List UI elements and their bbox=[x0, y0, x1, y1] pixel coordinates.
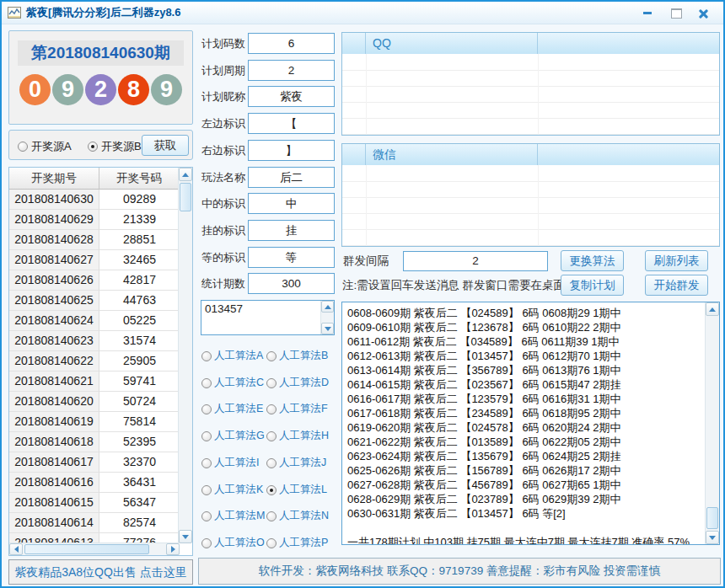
close-button[interactable] bbox=[693, 6, 713, 20]
radio-source-b[interactable]: 开奖源B bbox=[88, 139, 142, 154]
wechat-list-body[interactable] bbox=[342, 165, 719, 246]
minimize-button[interactable] bbox=[637, 6, 658, 20]
history-vertical-scrollbar[interactable] bbox=[178, 168, 192, 543]
column-header-period[interactable]: 开奖期号 bbox=[9, 168, 99, 190]
scroll-down-button[interactable] bbox=[706, 531, 719, 544]
algorithm-option[interactable]: 人工算法B bbox=[266, 350, 328, 362]
table-row[interactable]: 20180814061852395 bbox=[9, 432, 180, 452]
refresh-list-button[interactable]: 刷新列表 bbox=[645, 250, 708, 271]
list-column-divider bbox=[366, 165, 367, 246]
period-cell: 201808140616 bbox=[9, 473, 99, 493]
algorithm-option[interactable]: 人工算法E bbox=[201, 403, 263, 415]
algorithm-option[interactable]: 人工算法K bbox=[201, 484, 263, 496]
table-row[interactable]: 20180814063009289 bbox=[9, 190, 180, 210]
field-input[interactable]: 等 bbox=[248, 247, 335, 268]
empty-column-header[interactable] bbox=[538, 33, 719, 54]
table-row[interactable]: 20180814062405225 bbox=[9, 311, 180, 331]
table-row[interactable]: 20180814062642817 bbox=[9, 270, 180, 291]
table-row[interactable]: 20180814062159741 bbox=[9, 372, 180, 392]
fetch-button[interactable]: 获取 bbox=[142, 135, 189, 156]
wechat-column-header[interactable]: 微信 bbox=[366, 144, 538, 165]
period-cell: 201808140629 bbox=[9, 210, 99, 230]
algorithm-option[interactable]: 人工算法J bbox=[266, 457, 326, 469]
field-input[interactable]: 后二 bbox=[248, 167, 335, 188]
table-row[interactable]: 20180814061482574 bbox=[9, 513, 180, 533]
algorithm-label: 人工算法B bbox=[279, 349, 328, 363]
scrollbar-thumb[interactable] bbox=[180, 183, 191, 211]
table-row[interactable]: 20180814062050724 bbox=[9, 392, 180, 412]
table-row[interactable]: 20180814061975814 bbox=[9, 412, 180, 432]
scroll-left-button[interactable] bbox=[9, 543, 23, 555]
table-row[interactable]: 20180814061732370 bbox=[9, 452, 180, 473]
period-cell: 201808140628 bbox=[9, 230, 99, 250]
start-broadcast-button[interactable]: 开始群发 bbox=[645, 275, 708, 296]
history-horizontal-scrollbar[interactable] bbox=[9, 543, 180, 555]
interval-input[interactable]: 2 bbox=[403, 251, 548, 271]
radio-source-a[interactable]: 开奖源A bbox=[18, 139, 72, 154]
algorithm-option[interactable]: 人工算法G bbox=[201, 430, 265, 442]
table-row[interactable]: 20180814061556347 bbox=[9, 493, 180, 513]
column-header-number[interactable]: 开奖号码 bbox=[99, 168, 180, 190]
number-cell: 50724 bbox=[99, 392, 180, 412]
field-label: 左边标识 bbox=[201, 113, 245, 134]
algorithm-option[interactable]: 人工算法D bbox=[266, 377, 329, 389]
algorithm-option[interactable]: 人工算法F bbox=[266, 403, 328, 415]
field-input[interactable]: 中 bbox=[248, 193, 335, 214]
field-input[interactable]: 6 bbox=[248, 33, 335, 54]
algorithm-option[interactable]: 人工算法H bbox=[266, 430, 329, 442]
change-algorithm-button[interactable]: 更换算法 bbox=[561, 250, 624, 271]
algorithm-option[interactable]: 人工算法P bbox=[266, 537, 328, 549]
codes-scrollbar[interactable] bbox=[320, 301, 334, 334]
field-input[interactable]: 300 bbox=[248, 273, 335, 294]
scroll-down-button[interactable] bbox=[321, 323, 334, 334]
field-input[interactable]: 挂 bbox=[248, 220, 335, 241]
empty-column-header[interactable] bbox=[538, 144, 719, 165]
table-row[interactable]: 20180814062544763 bbox=[9, 291, 180, 311]
algorithm-option[interactable]: 人工算法C bbox=[201, 377, 264, 389]
plan-output-box[interactable]: 0608-0609期 紫夜后二 【024589】 6码 0608期29 1期中0… bbox=[341, 302, 720, 545]
table-row[interactable]: 20180814062225905 bbox=[9, 351, 180, 372]
algorithm-option[interactable]: 人工算法A bbox=[201, 350, 263, 362]
checkbox-column-header[interactable] bbox=[342, 144, 366, 165]
algorithm-option[interactable]: 人工算法I bbox=[201, 457, 259, 469]
codes-listbox[interactable]: 013457 bbox=[201, 300, 335, 335]
field-input[interactable]: 】 bbox=[248, 140, 335, 161]
result-panel: 第201808140630期 09289 bbox=[8, 30, 193, 125]
list-row-divider bbox=[342, 134, 719, 135]
algorithm-option[interactable]: 人工算法N bbox=[266, 510, 329, 522]
algorithm-label: 人工算法L bbox=[279, 483, 327, 497]
scroll-right-button[interactable] bbox=[166, 543, 180, 555]
qq-column-header[interactable]: QQ bbox=[366, 33, 538, 54]
field-input[interactable]: 2 bbox=[248, 60, 335, 81]
qq-sale-button[interactable]: 紫夜精品3A8位QQ出售 点击这里 bbox=[8, 559, 193, 585]
table-row[interactable]: 20180814062732465 bbox=[9, 250, 180, 270]
scroll-up-button[interactable] bbox=[321, 301, 334, 313]
algorithm-option[interactable]: 人工算法L bbox=[266, 484, 327, 496]
qq-list-panel: QQ bbox=[341, 32, 720, 136]
algorithm-option[interactable]: 人工算法O bbox=[201, 537, 265, 549]
period-cell: 201808140623 bbox=[9, 331, 99, 351]
table-row[interactable]: 20180814062331574 bbox=[9, 331, 180, 351]
settings-field-row: 统计期数300 bbox=[201, 273, 336, 294]
field-input[interactable]: 【 bbox=[248, 113, 335, 134]
table-row[interactable]: 20180814062921339 bbox=[9, 210, 180, 230]
scrollbar-thumb[interactable] bbox=[706, 507, 718, 529]
list-column-divider bbox=[538, 165, 539, 246]
window-title: 紫夜[腾讯分分彩]后二利器zy8.6 bbox=[26, 2, 180, 24]
lottery-ball: 9 bbox=[52, 74, 83, 105]
checkbox-column-header[interactable] bbox=[342, 33, 366, 54]
table-row[interactable]: 20180814062828851 bbox=[9, 230, 180, 250]
lottery-ball: 2 bbox=[85, 74, 116, 105]
plan-scrollbar[interactable] bbox=[705, 302, 719, 544]
algorithm-option[interactable]: 人工算法M bbox=[201, 510, 265, 522]
arrow-left-icon bbox=[14, 546, 19, 553]
scrollbar-thumb[interactable] bbox=[24, 544, 149, 554]
maximize-button[interactable] bbox=[666, 6, 686, 20]
field-input[interactable]: 紫夜 bbox=[248, 86, 335, 107]
scroll-up-button[interactable] bbox=[179, 168, 192, 181]
copy-plan-button[interactable]: 复制计划 bbox=[561, 275, 624, 296]
table-row[interactable]: 20180814061636431 bbox=[9, 473, 180, 493]
qq-list-body[interactable] bbox=[342, 54, 719, 135]
scroll-down-button[interactable] bbox=[179, 530, 192, 543]
scroll-up-button[interactable] bbox=[706, 302, 719, 316]
